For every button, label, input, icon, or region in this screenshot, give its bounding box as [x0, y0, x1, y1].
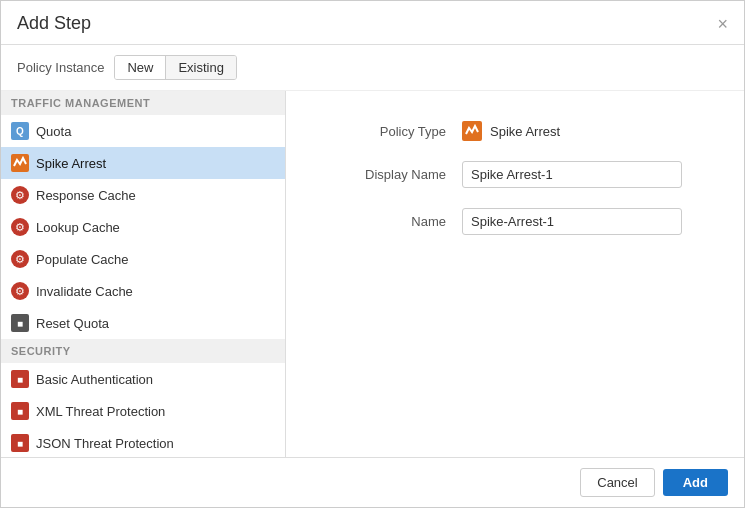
sidebar-item-lookup-cache[interactable]: ⚙ Lookup Cache [1, 211, 285, 243]
sidebar-item-label: Quota [36, 124, 71, 139]
add-button[interactable]: Add [663, 469, 728, 496]
dialog-body: TRAFFIC MANAGEMENT Q Quota Spike Arrest … [1, 91, 744, 457]
basic-auth-icon: ■ [11, 370, 29, 388]
policy-type-label: Policy Type [326, 124, 446, 139]
policy-type-icon [462, 121, 482, 141]
sidebar-item-label: Spike Arrest [36, 156, 106, 171]
sidebar-item-xml-threat[interactable]: ■ XML Threat Protection [1, 395, 285, 427]
sidebar-item-label: XML Threat Protection [36, 404, 165, 419]
name-label: Name [326, 214, 446, 229]
policy-type-row: Policy Type Spike Arrest [326, 121, 704, 141]
reset-quota-icon: ■ [11, 314, 29, 332]
xml-threat-icon: ■ [11, 402, 29, 420]
existing-toggle-button[interactable]: Existing [166, 56, 236, 79]
sidebar: TRAFFIC MANAGEMENT Q Quota Spike Arrest … [1, 91, 286, 457]
display-name-input[interactable] [462, 161, 682, 188]
traffic-management-header: TRAFFIC MANAGEMENT [1, 91, 285, 115]
sidebar-item-label: Invalidate Cache [36, 284, 133, 299]
invalidate-cache-icon: ⚙ [11, 282, 29, 300]
policy-type-text: Spike Arrest [490, 124, 560, 139]
sidebar-item-label: Reset Quota [36, 316, 109, 331]
sidebar-item-json-threat[interactable]: ■ JSON Threat Protection [1, 427, 285, 457]
display-name-label: Display Name [326, 167, 446, 182]
sidebar-item-label: Lookup Cache [36, 220, 120, 235]
response-cache-icon: ⚙ [11, 186, 29, 204]
name-input[interactable] [462, 208, 682, 235]
display-name-row: Display Name [326, 161, 704, 188]
name-row: Name [326, 208, 704, 235]
policy-instance-toggle: New Existing [114, 55, 237, 80]
sidebar-item-label: JSON Threat Protection [36, 436, 174, 451]
content-area: Policy Type Spike Arrest Display Name Na… [286, 91, 744, 457]
new-toggle-button[interactable]: New [115, 56, 166, 79]
spike-arrest-icon [11, 154, 29, 172]
dialog-footer: Cancel Add [1, 457, 744, 507]
sidebar-item-basic-auth[interactable]: ■ Basic Authentication [1, 363, 285, 395]
security-header: SECURITY [1, 339, 285, 363]
cancel-button[interactable]: Cancel [580, 468, 654, 497]
policy-type-value: Spike Arrest [462, 121, 560, 141]
add-step-dialog: Add Step × Policy Instance New Existing … [0, 0, 745, 508]
sidebar-item-label: Populate Cache [36, 252, 129, 267]
policy-instance-row: Policy Instance New Existing [1, 45, 744, 91]
sidebar-item-spike-arrest[interactable]: Spike Arrest [1, 147, 285, 179]
sidebar-item-label: Response Cache [36, 188, 136, 203]
json-threat-icon: ■ [11, 434, 29, 452]
policy-instance-label: Policy Instance [17, 60, 104, 75]
dialog-header: Add Step × [1, 1, 744, 45]
dialog-title: Add Step [17, 13, 91, 34]
populate-cache-icon: ⚙ [11, 250, 29, 268]
sidebar-item-invalidate-cache[interactable]: ⚙ Invalidate Cache [1, 275, 285, 307]
sidebar-item-populate-cache[interactable]: ⚙ Populate Cache [1, 243, 285, 275]
close-button[interactable]: × [717, 15, 728, 33]
sidebar-item-label: Basic Authentication [36, 372, 153, 387]
lookup-cache-icon: ⚙ [11, 218, 29, 236]
quota-icon: Q [11, 122, 29, 140]
sidebar-item-quota[interactable]: Q Quota [1, 115, 285, 147]
sidebar-item-response-cache[interactable]: ⚙ Response Cache [1, 179, 285, 211]
sidebar-item-reset-quota[interactable]: ■ Reset Quota [1, 307, 285, 339]
